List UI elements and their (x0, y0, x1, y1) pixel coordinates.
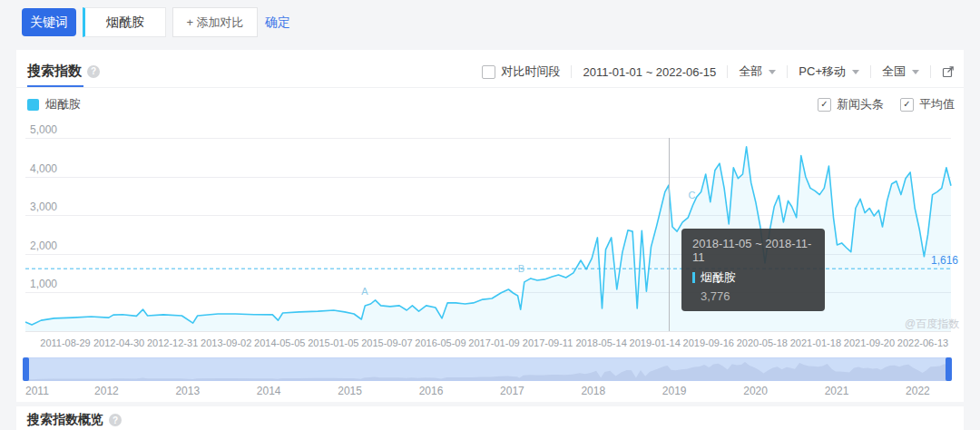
checkbox-icon[interactable] (482, 65, 495, 79)
help-icon[interactable]: ? (87, 65, 100, 78)
year-label-2013: 2013 (170, 385, 206, 397)
chart-toggles: ✓新闻头条✓平均值 (818, 96, 955, 112)
toggle-label: 新闻头条 (837, 96, 884, 112)
x-axis-tick-label: 2022-06-13 (887, 337, 959, 348)
region-value: 全国 (882, 64, 906, 80)
toggle-label: 平均值 (919, 96, 955, 112)
separator (727, 65, 728, 78)
year-label-2012: 2012 (88, 385, 124, 397)
year-label-2014: 2014 (250, 385, 287, 397)
tooltip-series-bar (692, 272, 695, 283)
keyword-input[interactable]: 烟酰胺 (83, 7, 166, 37)
chevron-down-icon (769, 70, 776, 74)
series-legend[interactable]: 烟酰胺 (27, 96, 81, 112)
compare-period-label: 对比时间段 (501, 64, 560, 80)
checkbox-icon[interactable]: ✓ (818, 98, 831, 112)
marker-A: A (361, 286, 368, 297)
legend-swatch (27, 99, 39, 111)
scope-value: 全部 (739, 64, 762, 80)
tooltip-value: 3,776 (692, 289, 814, 303)
year-label-2017: 2017 (494, 385, 530, 397)
year-label-2015: 2015 (332, 385, 368, 397)
tooltip-date-range: 2018-11-05 ~ 2018-11-11 (692, 237, 814, 264)
year-label-2021: 2021 (818, 385, 855, 397)
year-label-2011: 2011 (25, 385, 49, 397)
device-dropdown[interactable]: PC+移动 (799, 64, 859, 80)
filter-row: 对比时间段 2011-01-01 ~ 2022-06-15 全部 PC+移动 全… (482, 64, 955, 80)
help-icon[interactable]: ? (109, 414, 122, 426)
checkbox-icon[interactable]: ✓ (900, 98, 914, 112)
add-compare-button[interactable]: + 添加对比 (172, 7, 258, 37)
year-label-2016: 2016 (413, 385, 449, 397)
header-divider (16, 87, 964, 88)
overview-title-text: 搜索指数概览 (27, 412, 103, 428)
crosshair-line (669, 138, 670, 331)
average-value-label: 1,616 (927, 254, 958, 267)
export-icon (942, 65, 955, 78)
marker-C: C (688, 190, 695, 200)
panel-title-text: 搜索指数 (27, 63, 82, 80)
overview-panel (16, 406, 964, 430)
date-range-value: 2011-01-01 ~ 2022-06-15 (583, 65, 716, 79)
region-dropdown[interactable]: 全国 (882, 64, 919, 80)
separator (787, 65, 788, 78)
chevron-down-icon (852, 70, 859, 74)
y-axis-tick-label: 5,000 (30, 123, 57, 136)
tooltip-series-name: 烟酰胺 (701, 269, 736, 286)
year-label-2022: 2022 (899, 385, 936, 397)
legend-label: 烟酰胺 (45, 96, 81, 112)
device-value: PC+移动 (799, 64, 846, 80)
slider-mini-chart (25, 358, 949, 380)
overview-title: 搜索指数概览 ? (27, 412, 122, 428)
marker-B: B (518, 263, 524, 274)
x-axis-line (25, 331, 951, 332)
keyword-button[interactable]: 关键词 (22, 8, 76, 36)
watermark: @百度指数 (905, 317, 959, 332)
active-tab-underline (27, 85, 83, 87)
panel-title: 搜索指数 ? (27, 63, 100, 80)
toggle-news-headlines[interactable]: ✓新闻头条 (818, 96, 884, 112)
toggle-average[interactable]: ✓平均值 (900, 96, 955, 112)
year-label-2019: 2019 (656, 385, 692, 397)
confirm-link[interactable]: 确定 (265, 15, 290, 31)
separator (870, 65, 871, 78)
slider-handle-right[interactable] (946, 357, 952, 381)
slider-handle-left[interactable] (23, 357, 29, 381)
date-range-selector[interactable]: 2011-01-01 ~ 2022-06-15 (583, 65, 716, 79)
baidu-index-page: 关键词 烟酰胺 + 添加对比 确定 搜索指数 ? 对比时间段 2011-01-0… (0, 0, 980, 430)
chart-tooltip: 2018-11-05 ~ 2018-11-11 烟酰胺 3,776 (681, 229, 825, 311)
scope-dropdown[interactable]: 全部 (739, 64, 776, 80)
chevron-down-icon (912, 70, 919, 74)
year-label-2018: 2018 (575, 385, 612, 397)
export-button[interactable] (942, 65, 955, 78)
year-label-2020: 2020 (738, 385, 774, 397)
separator (571, 65, 572, 78)
timeline-slider-track[interactable] (25, 357, 951, 381)
separator (930, 65, 931, 78)
compare-period-checkbox[interactable]: 对比时间段 (482, 64, 560, 80)
